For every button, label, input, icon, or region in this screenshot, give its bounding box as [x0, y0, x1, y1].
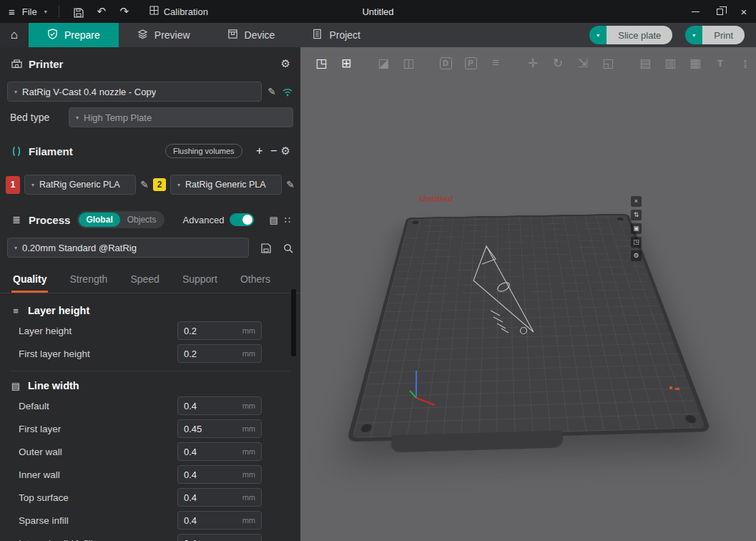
redo-icon[interactable]: ↷: [117, 5, 132, 18]
inner-wall-line-width-label: Inner wall: [19, 469, 177, 480]
filament-2-combo[interactable]: ▾ RatRig Generic PLA: [170, 175, 282, 195]
move-icon[interactable]: ✛: [524, 56, 542, 71]
rotate-icon[interactable]: ↻: [549, 56, 567, 71]
plate-corner-marker: [669, 386, 681, 392]
home-icon: ⌂: [11, 28, 18, 42]
line-width-group-header: ▤ Line width: [0, 371, 300, 394]
file-menu[interactable]: File: [22, 6, 37, 17]
save-preset-icon[interactable]: [261, 242, 271, 253]
parameter-nodes-icon[interactable]: ∷: [285, 215, 290, 225]
calibration-icon: [149, 6, 159, 17]
printer-section-title: Printer: [29, 58, 63, 70]
remove-filament-button[interactable]: −: [267, 145, 281, 157]
slice-options-chevron-icon[interactable]: ▾: [589, 26, 607, 44]
tab-project[interactable]: Project: [293, 23, 379, 47]
plate-settings-icon[interactable]: ⚙: [631, 250, 642, 261]
add-filament-button[interactable]: +: [252, 145, 267, 157]
pattern-lines-icon[interactable]: ≡: [486, 56, 505, 70]
print-options-chevron-icon[interactable]: ▾: [685, 26, 702, 44]
process-preset-combo[interactable]: ▾ 0.20mm Standard @RatRig: [7, 238, 249, 258]
save-icon[interactable]: [71, 5, 87, 17]
layer-height-group-header: ≡ Layer height: [0, 296, 300, 319]
merge-icon[interactable]: ◫: [399, 56, 418, 71]
scope-objects-button[interactable]: Objects: [120, 213, 164, 227]
parameter-list-icon[interactable]: ▤: [269, 215, 278, 225]
filament-1-edit-icon[interactable]: ✎: [140, 179, 149, 190]
filament-2-badge[interactable]: 2: [153, 178, 166, 191]
scale-icon[interactable]: ⇲: [574, 56, 592, 71]
filament-1-combo[interactable]: ▾ RatRig Generic PLA: [24, 175, 136, 195]
orient-icon[interactable]: ◪: [374, 56, 393, 71]
text-tool-icon[interactable]: T: [711, 58, 730, 69]
first-layer-line-width-field[interactable]: 0.45 mm: [177, 419, 262, 438]
slice-plate-label[interactable]: Slice plate: [607, 26, 672, 44]
printer-preset-row: ▾ RatRig V-Cast 0.4 nozzle - Copy ✎: [0, 82, 300, 102]
tab-prepare[interactable]: Prepare: [29, 23, 119, 47]
paint-d-icon[interactable]: D: [436, 57, 455, 69]
subtab-speed[interactable]: Speed: [129, 269, 160, 293]
add-plate-icon[interactable]: ◳: [312, 56, 330, 71]
bed-type-row: Bed type ▾ High Temp Plate: [0, 107, 300, 127]
subtab-others[interactable]: Others: [239, 269, 272, 293]
viewport-3d[interactable]: ◳ ⊞ ◪ ◫ D P ≡ ✛ ↻ ⇲ ◱ ▤ ▥ ▦ T ↨ | B Unti…: [300, 47, 756, 541]
filament-1-badge[interactable]: 1: [6, 176, 20, 194]
unit-label: mm: [242, 424, 255, 433]
subtab-support[interactable]: Support: [181, 269, 219, 293]
sparse-infill-line-width-field[interactable]: 0.4 mm: [177, 511, 262, 530]
top-surface-line-width-value: 0.4: [184, 492, 242, 503]
plate-arrange-icon[interactable]: ⇅: [631, 210, 642, 220]
assembly-icon[interactable]: ▦: [686, 56, 705, 71]
minimize-button[interactable]: [683, 0, 707, 23]
undo-icon[interactable]: ↶: [94, 5, 109, 18]
first-layer-height-field[interactable]: 0.2 mm: [177, 344, 262, 363]
layer-height-group-title: Layer height: [28, 305, 89, 316]
inner-wall-line-width-field[interactable]: 0.4 mm: [177, 465, 262, 484]
seam-icon[interactable]: ↨: [736, 56, 755, 70]
layer-height-field[interactable]: 0.2 mm: [177, 321, 262, 340]
unit-label: mm: [242, 401, 255, 410]
printer-edit-icon[interactable]: ✎: [267, 86, 276, 97]
hamburger-menu-icon[interactable]: ≡: [9, 6, 15, 18]
arrange-icon[interactable]: ⊞: [337, 56, 355, 71]
filament-2-edit-icon[interactable]: ✎: [286, 179, 295, 190]
maximize-button[interactable]: [707, 0, 732, 23]
tab-preview[interactable]: Preview: [119, 23, 209, 47]
model-wireframe[interactable]: [469, 242, 544, 346]
top-surface-line-width-field[interactable]: 0.4 mm: [177, 488, 262, 507]
printer-settings-gear-icon[interactable]: ⚙: [281, 57, 290, 70]
printer-section-header: Printer ⚙: [0, 53, 300, 74]
internal-solid-infill-line-width-field[interactable]: 0.4 mm: [177, 534, 262, 541]
lay-flat-icon[interactable]: ◱: [599, 56, 617, 71]
slice-plate-button[interactable]: ▾ Slice plate: [589, 26, 672, 44]
layers-icon[interactable]: ▤: [636, 56, 654, 71]
print-button[interactable]: ▾ Print: [685, 26, 745, 44]
drawer-icon[interactable]: ▥: [661, 56, 679, 71]
plate-screw: [360, 424, 373, 432]
default-line-width-field[interactable]: 0.4 mm: [177, 396, 262, 415]
close-button[interactable]: ×: [732, 0, 756, 23]
outer-wall-line-width-field[interactable]: 0.4 mm: [177, 442, 262, 461]
printer-connection-icon[interactable]: [282, 85, 293, 98]
sidebar-scrollbar[interactable]: [291, 289, 296, 356]
process-preset-row: ▾ 0.20mm Standard @RatRig: [0, 238, 300, 258]
file-menu-chevron-icon[interactable]: ▾: [44, 9, 47, 15]
flushing-volumes-button[interactable]: Flushing volumes: [165, 144, 242, 158]
plate-lock-icon[interactable]: ▣: [631, 223, 642, 234]
paint-p-icon[interactable]: P: [461, 57, 480, 69]
subtab-strength[interactable]: Strength: [68, 269, 109, 293]
tab-device[interactable]: Device: [209, 23, 294, 47]
calibration-button[interactable]: Calibration: [149, 6, 208, 17]
scope-global-button[interactable]: Global: [79, 213, 119, 227]
subtab-quality[interactable]: Quality: [11, 269, 48, 293]
filament-settings-gear-icon[interactable]: ⚙: [281, 145, 290, 157]
search-preset-icon[interactable]: [283, 242, 293, 253]
bed-type-combo[interactable]: ▾ High Temp Plate: [69, 107, 293, 127]
print-label[interactable]: Print: [702, 26, 745, 44]
layer-height-value: 0.2: [184, 326, 242, 336]
plate-delete-icon[interactable]: ×: [631, 196, 642, 207]
advanced-toggle[interactable]: [230, 213, 254, 226]
home-button[interactable]: ⌂: [0, 23, 29, 47]
printer-preset-combo[interactable]: ▾ RatRig V-Cast 0.4 nozzle - Copy: [7, 82, 262, 102]
plate-orient-icon[interactable]: ◳: [631, 237, 642, 248]
titlebar-left-group: ≡ File ▾ ↶ ↷ Calibration: [0, 5, 208, 18]
